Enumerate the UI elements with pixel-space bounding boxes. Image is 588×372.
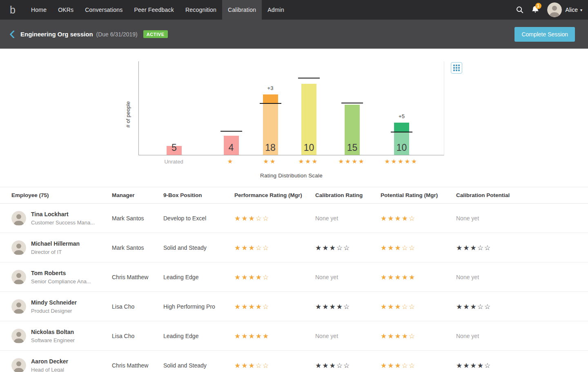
potential-rating-cell-stars: ★★★☆☆ — [381, 303, 416, 311]
calibration-potential-cell[interactable]: None yet — [456, 215, 588, 222]
bar-over-target-5-stars — [394, 123, 409, 132]
bar-over-target-2-stars — [263, 94, 278, 104]
notification-count-badge: 1 — [535, 3, 541, 9]
calibration-rating-cell[interactable]: None yet — [315, 215, 381, 222]
grid-view-button[interactable] — [451, 62, 462, 74]
employee-cell: Tom RobertsSenior Compliance Ana... — [11, 270, 112, 285]
user-menu[interactable]: Alice — [566, 7, 578, 13]
complete-session-button[interactable]: Complete Session — [514, 27, 575, 42]
calibration-potential-cell-stars[interactable]: ★★★☆☆ — [456, 303, 491, 311]
employee-name: Tina Lockhart — [31, 211, 95, 217]
target-line-3-stars — [298, 78, 320, 78]
calibration-rating-cell[interactable]: ★★★★☆ — [315, 303, 381, 311]
nine-box-cell: Solid and Steady — [163, 244, 234, 251]
target-line-4-stars — [341, 103, 363, 103]
calibration-rating-cell-stars[interactable]: ★★★☆☆ — [315, 361, 350, 370]
table-row-tom-roberts[interactable]: Tom RobertsSenior Compliance Ana...Chris… — [0, 262, 588, 292]
table-row-nickolas-boltan[interactable]: Nickolas BoltanSoftware EngineerLisa Cho… — [0, 321, 588, 351]
calibration-rating-cell-none[interactable]: None yet — [315, 274, 338, 280]
nav-item-recognition[interactable]: Recognition — [180, 0, 222, 20]
performance-rating-cell: ★★★☆☆ — [234, 244, 315, 252]
calibration-potential-cell-none[interactable]: None yet — [456, 274, 479, 280]
calibration-potential-cell[interactable]: None yet — [456, 333, 588, 339]
calibration-rating-cell-stars[interactable]: ★★★☆☆ — [315, 244, 350, 252]
app-logo[interactable]: b — [0, 0, 25, 20]
calibration-potential-cell-none[interactable]: None yet — [456, 215, 479, 222]
chevron-down-icon[interactable]: ▾ — [580, 8, 582, 12]
potential-rating-cell: ★★★☆☆ — [381, 303, 456, 311]
performance-rating-cell-stars: ★★★☆☆ — [234, 214, 270, 222]
bar-value-2-stars: 18 — [263, 142, 278, 153]
calibration-potential-cell[interactable]: ★★★☆☆ — [456, 244, 588, 252]
manager-cell: Lisa Cho — [112, 333, 163, 339]
table-row-tina-lockhart[interactable]: Tina LockhartCustomer Success Mana...Mar… — [0, 204, 588, 233]
notifications-bell-icon[interactable]: 1 — [528, 0, 543, 20]
table-row-michael-hillerman[interactable]: Michael HillermanDirector of ITMark Sant… — [0, 233, 588, 262]
nav-item-conversations[interactable]: Conversations — [79, 0, 128, 20]
manager-cell: Chris Matthew — [112, 274, 163, 280]
x-tick-stars: ★★★★ — [339, 158, 365, 165]
back-button[interactable] — [7, 29, 16, 39]
session-title: Engineering Org session — [20, 31, 93, 38]
employee-meta: Aaron DeckerHead of Legal — [31, 358, 68, 372]
employee-avatar — [11, 358, 26, 372]
employee-name: Michael Hillerman — [31, 240, 80, 247]
nav-item-admin[interactable]: Admin — [262, 0, 290, 20]
chart-y-axis-label: # of people — [125, 90, 131, 139]
potential-rating-cell: ★★★★☆ — [381, 214, 456, 222]
calibration-potential-cell-stars[interactable]: ★★★☆☆ — [456, 244, 491, 252]
table-row-aaron-decker[interactable]: Aaron DeckerHead of LegalChris MatthewSo… — [0, 351, 588, 372]
calibration-rating-cell-stars[interactable]: ★★★★☆ — [315, 303, 350, 311]
employee-avatar — [11, 299, 26, 314]
calibration-rating-cell[interactable]: ★★★☆☆ — [315, 361, 381, 370]
performance-rating-cell-stars: ★★★★☆ — [234, 303, 270, 311]
column-header-performance-rating-mgr: Performance Rating (Mgr) — [234, 192, 315, 198]
employee-job-title: Senior Compliance Ana... — [31, 278, 91, 285]
calibration-potential-cell[interactable]: ★★★☆☆ — [456, 303, 588, 311]
bar-value-3-stars: 10 — [301, 142, 316, 153]
performance-rating-cell-stars: ★★★☆☆ — [234, 244, 270, 252]
potential-rating-cell-stars: ★★★☆☆ — [381, 361, 416, 370]
calibration-rating-cell[interactable]: ★★★☆☆ — [315, 244, 381, 252]
employee-meta: Tom RobertsSenior Compliance Ana... — [31, 270, 91, 285]
calibration-potential-cell[interactable]: ★★★★☆ — [456, 361, 588, 370]
status-badge: ACTIVE — [143, 30, 168, 38]
employee-table: Employee (75)Manager9-Box PositionPerfor… — [0, 187, 588, 372]
calibration-potential-cell[interactable]: None yet — [456, 274, 588, 280]
calibration-rating-cell[interactable]: None yet — [315, 333, 381, 339]
nav-item-home[interactable]: Home — [25, 0, 52, 20]
performance-rating-cell: ★★★☆☆ — [234, 214, 315, 222]
bar-value-4-stars: 15 — [345, 142, 360, 153]
top-nav: b HomeOKRsConversationsPeer FeedbackReco… — [0, 0, 588, 20]
calibration-rating-cell-none[interactable]: None yet — [315, 215, 338, 222]
column-header-employee-75: Employee (75) — [11, 192, 112, 198]
manager-cell: Mark Santos — [112, 244, 163, 251]
column-header-9-box-position: 9-Box Position — [163, 192, 234, 198]
user-avatar[interactable] — [547, 2, 562, 17]
search-icon[interactable] — [512, 0, 528, 20]
avatar-placeholder — [11, 329, 26, 343]
avatar-placeholder — [11, 358, 26, 372]
calibration-potential-cell-none[interactable]: None yet — [456, 333, 479, 339]
rating-distribution-chart: # of people 5418+3101510+5 Unrated★★★★★★… — [0, 49, 588, 184]
x-tick-label: Unrated — [164, 159, 183, 165]
bar-delta-5-stars: +5 — [390, 113, 414, 119]
chevron-left-icon — [9, 31, 14, 38]
potential-rating-cell-stars: ★★★☆☆ — [381, 244, 416, 252]
table-header-row: Employee (75)Manager9-Box PositionPerfor… — [0, 187, 588, 204]
x-tick-3-stars: ★★★ — [284, 158, 333, 165]
nav-item-peer-feedback[interactable]: Peer Feedback — [128, 0, 180, 20]
calibration-potential-cell-stars[interactable]: ★★★★☆ — [456, 361, 491, 370]
nav-item-calibration[interactable]: Calibration — [222, 0, 262, 20]
employee-job-title: Director of IT — [31, 249, 80, 255]
column-header-potential-rating-mgr: Potential Rating (Mgr) — [381, 192, 456, 198]
calibration-rating-cell-none[interactable]: None yet — [315, 333, 338, 339]
avatar-placeholder — [11, 211, 26, 226]
table-row-mindy-schneider[interactable]: Mindy SchneiderProduct DesignerLisa ChoH… — [0, 292, 588, 321]
x-tick-5-stars: ★★★★★ — [377, 158, 426, 165]
potential-rating-cell: ★★★★★ — [381, 273, 456, 281]
nav-item-okrs[interactable]: OKRs — [52, 0, 79, 20]
calibration-rating-cell[interactable]: None yet — [315, 274, 381, 280]
employee-cell: Tina LockhartCustomer Success Mana... — [11, 211, 112, 226]
nav-right: 1 Alice ▾ — [512, 0, 588, 20]
